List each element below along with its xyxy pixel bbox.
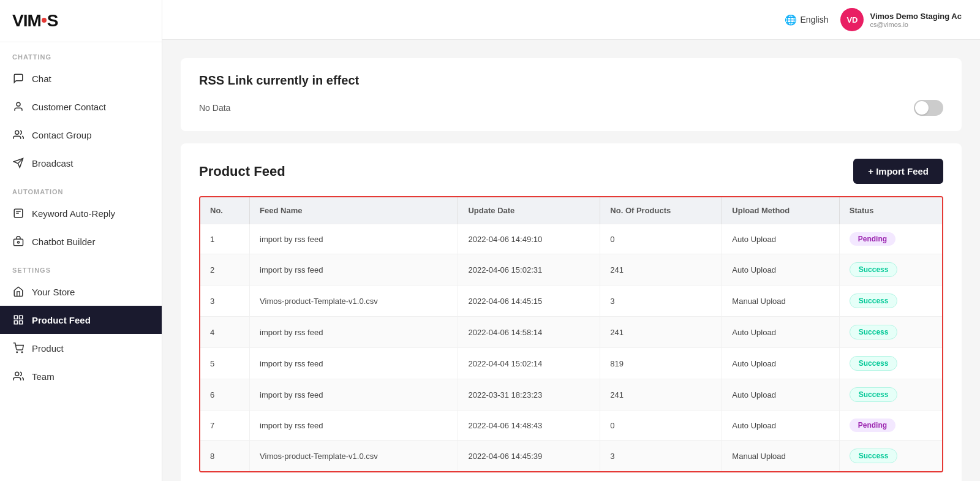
cell-products: 241 bbox=[600, 379, 722, 411]
col-products: No. Of Products bbox=[600, 197, 722, 224]
language-selector[interactable]: 🌐 English bbox=[785, 14, 829, 26]
table-body: 1 import by rss feed 2022-04-06 14:49:10… bbox=[200, 224, 942, 472]
rss-title: RSS Link currently in effect bbox=[199, 74, 943, 88]
cell-update-date: 2022-04-06 14:58:14 bbox=[458, 317, 600, 348]
cell-no: 8 bbox=[200, 441, 250, 472]
broadcast-icon bbox=[12, 157, 24, 169]
status-badge: Success bbox=[850, 325, 898, 339]
globe-icon: 🌐 bbox=[785, 14, 797, 26]
sidebar: VIMS CHATTING Chat Customer Contact Cont… bbox=[0, 0, 162, 481]
sidebar-item-chat-label: Chat bbox=[32, 74, 51, 84]
sidebar-item-product-feed[interactable]: Product Feed bbox=[0, 306, 162, 334]
cell-update-date: 2022-04-04 15:02:14 bbox=[458, 348, 600, 379]
cell-feed-name: Vimos-product-Template-v1.0.csv bbox=[250, 441, 458, 472]
sidebar-item-your-store[interactable]: Your Store bbox=[0, 278, 162, 306]
user-email: cs@vimos.io bbox=[870, 21, 962, 28]
table-row[interactable]: 2 import by rss feed 2022-04-06 15:02:31… bbox=[200, 254, 942, 286]
cell-upload-method: Auto Upload bbox=[722, 224, 839, 254]
rss-row: No Data bbox=[199, 100, 943, 116]
cell-no: 1 bbox=[200, 224, 250, 254]
cell-update-date: 2022-04-06 14:49:10 bbox=[458, 224, 600, 254]
logo-text: VIMS bbox=[12, 11, 58, 31]
status-badge: Success bbox=[850, 356, 898, 371]
sidebar-item-broadcast-label: Broadcast bbox=[32, 158, 74, 169]
user-profile[interactable]: VD Vimos Demo Staging Ac cs@vimos.io bbox=[840, 8, 962, 31]
table-row[interactable]: 7 import by rss feed 2022-04-06 14:48:43… bbox=[200, 411, 942, 441]
sidebar-item-broadcast[interactable]: Broadcast bbox=[0, 149, 162, 177]
section-automation: AUTOMATION bbox=[0, 177, 162, 199]
import-feed-button[interactable]: + Import Feed bbox=[853, 159, 943, 184]
cell-update-date: 2022-04-06 14:45:15 bbox=[458, 286, 600, 317]
table-row[interactable]: 8 Vimos-product-Template-v1.0.csv 2022-0… bbox=[200, 441, 942, 472]
cell-status: Success bbox=[839, 286, 942, 317]
cell-products: 0 bbox=[600, 411, 722, 441]
sidebar-item-contact-group-label: Contact Group bbox=[32, 130, 92, 140]
main-area: 🌐 English VD Vimos Demo Staging Ac cs@vi… bbox=[162, 0, 980, 481]
svg-rect-8 bbox=[20, 316, 23, 319]
cell-no: 5 bbox=[200, 348, 250, 379]
cell-upload-method: Manual Upload bbox=[722, 441, 839, 472]
cell-no: 6 bbox=[200, 379, 250, 411]
table-row[interactable]: 1 import by rss feed 2022-04-06 14:49:10… bbox=[200, 224, 942, 254]
table-row[interactable]: 3 Vimos-product-Template-v1.0.csv 2022-0… bbox=[200, 286, 942, 317]
status-badge: Success bbox=[850, 262, 898, 277]
sidebar-item-chatbot-builder[interactable]: Chatbot Builder bbox=[0, 227, 162, 256]
topbar: 🌐 English VD Vimos Demo Staging Ac cs@vi… bbox=[162, 0, 980, 40]
cell-no: 4 bbox=[200, 317, 250, 348]
svg-rect-7 bbox=[14, 316, 17, 319]
cell-upload-method: Auto Upload bbox=[722, 254, 839, 286]
rss-toggle[interactable] bbox=[914, 100, 943, 116]
cell-products: 0 bbox=[600, 224, 722, 254]
cell-products: 241 bbox=[600, 317, 722, 348]
cell-update-date: 2022-04-06 14:45:39 bbox=[458, 441, 600, 472]
sidebar-item-customer-contact[interactable]: Customer Contact bbox=[0, 93, 162, 121]
team-icon bbox=[12, 370, 24, 382]
sidebar-item-chat[interactable]: Chat bbox=[0, 64, 162, 93]
table-row[interactable]: 4 import by rss feed 2022-04-06 14:58:14… bbox=[200, 317, 942, 348]
feed-table: No. Feed Name Update Date No. Of Product… bbox=[200, 197, 942, 471]
cell-feed-name: Vimos-product-Template-v1.0.csv bbox=[250, 286, 458, 317]
section-settings: SETTINGS bbox=[0, 256, 162, 278]
logo: VIMS bbox=[0, 0, 162, 42]
svg-point-13 bbox=[15, 372, 19, 376]
language-label: English bbox=[801, 15, 829, 25]
sidebar-item-keyword-auto-reply[interactable]: Keyword Auto-Reply bbox=[0, 199, 162, 227]
sidebar-item-product[interactable]: Product bbox=[0, 334, 162, 362]
sidebar-item-your-store-label: Your Store bbox=[32, 287, 75, 297]
status-badge: Pending bbox=[850, 232, 895, 246]
cell-status: Success bbox=[839, 348, 942, 379]
cell-products: 819 bbox=[600, 348, 722, 379]
table-header: No. Feed Name Update Date No. Of Product… bbox=[200, 197, 942, 224]
sidebar-item-team-label: Team bbox=[32, 371, 55, 382]
cell-upload-method: Auto Upload bbox=[722, 317, 839, 348]
table-row[interactable]: 5 import by rss feed 2022-04-04 15:02:14… bbox=[200, 348, 942, 379]
cell-feed-name: import by rss feed bbox=[250, 348, 458, 379]
cell-no: 3 bbox=[200, 286, 250, 317]
product-icon bbox=[12, 342, 24, 354]
cell-feed-name: import by rss feed bbox=[250, 254, 458, 286]
cell-products: 3 bbox=[600, 441, 722, 472]
no-data-text: No Data bbox=[199, 103, 230, 113]
sidebar-item-team[interactable]: Team bbox=[0, 362, 162, 390]
cell-feed-name: import by rss feed bbox=[250, 224, 458, 254]
sidebar-item-keyword-auto-reply-label: Keyword Auto-Reply bbox=[32, 208, 115, 219]
col-upload-method: Upload Method bbox=[722, 197, 839, 224]
svg-point-1 bbox=[15, 131, 19, 134]
person-icon bbox=[12, 100, 24, 113]
user-name: Vimos Demo Staging Ac bbox=[870, 12, 962, 21]
svg-rect-10 bbox=[20, 321, 23, 324]
svg-rect-9 bbox=[14, 321, 17, 324]
feed-table-wrapper: No. Feed Name Update Date No. Of Product… bbox=[199, 196, 943, 472]
group-icon bbox=[12, 129, 24, 141]
cell-update-date: 2022-03-31 18:23:23 bbox=[458, 379, 600, 411]
cell-feed-name: import by rss feed bbox=[250, 379, 458, 411]
sidebar-item-contact-group[interactable]: Contact Group bbox=[0, 121, 162, 149]
svg-point-12 bbox=[21, 352, 23, 353]
cell-no: 2 bbox=[200, 254, 250, 286]
store-icon bbox=[12, 286, 24, 298]
cell-upload-method: Manual Upload bbox=[722, 286, 839, 317]
cell-status: Pending bbox=[839, 411, 942, 441]
svg-point-6 bbox=[18, 241, 20, 243]
table-row[interactable]: 6 import by rss feed 2022-03-31 18:23:23… bbox=[200, 379, 942, 411]
feed-title: Product Feed bbox=[199, 164, 285, 180]
